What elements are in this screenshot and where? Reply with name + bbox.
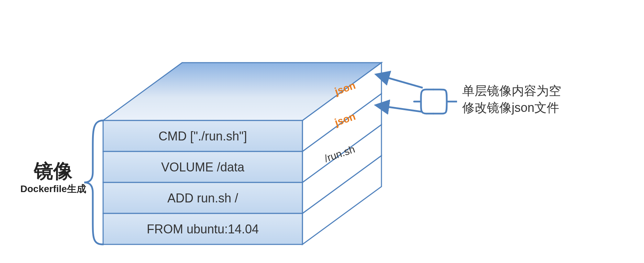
bracket-join [440,90,447,114]
left-subtitle: Dockerfile生成 [14,182,93,196]
layer-label-volume: VOLUME /data [107,160,299,175]
layer-label-from: FROM ubuntu:14.04 [107,222,299,236]
right-bracket [414,90,433,114]
diagram-canvas [0,0,644,263]
arrow-to-json-1 [387,77,423,88]
annotation-line-1: 单层镜像内容为空 [462,84,561,98]
layer-label-cmd: CMD ["./run.sh"] [107,129,299,144]
layer-label-add: ADD run.sh / [107,191,299,206]
left-title: 镜像 [21,158,86,185]
annotation-text: 单层镜像内容为空 修改镜像json文件 [462,83,561,116]
arrow-to-json-2 [387,107,423,112]
annotation-line-2: 修改镜像json文件 [462,101,559,115]
